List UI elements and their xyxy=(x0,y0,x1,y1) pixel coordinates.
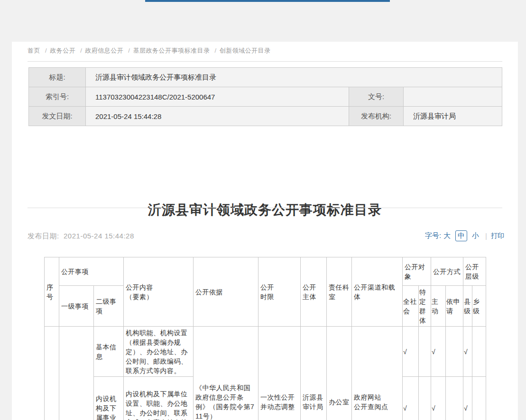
cell-zhudong-check: √ xyxy=(431,327,446,377)
header-quanshehui: 全社会 xyxy=(403,286,419,327)
breadcrumb-separator: / xyxy=(45,47,47,54)
meta-value-date: 2021-05-24 15:44:28 xyxy=(86,107,349,126)
header-duixiang: 公开对象 xyxy=(403,257,431,286)
header-fangshi: 公开方式 xyxy=(431,257,463,286)
table-row: 标题: 沂源县审计领域政务公开事项标准目录 xyxy=(29,68,502,87)
meta-value-docnum xyxy=(404,87,502,107)
header-erji: 二级事项 xyxy=(94,286,124,327)
cell-zhudong-check: √ xyxy=(431,377,446,420)
cell-erji: 内设机构及下属事业 xyxy=(94,377,124,420)
cell-qudao: 政府网站 公开查阅点 xyxy=(352,327,403,420)
header-gongkai-shixiang: 公开事项 xyxy=(59,257,124,286)
meta-label-index: 索引号: xyxy=(29,87,86,107)
cell-shixian: 一次性公开并动态调整 xyxy=(258,327,301,420)
font-size-label: 字号: xyxy=(425,231,441,240)
meta-separator: | xyxy=(485,232,487,240)
cell-xianji-check: √ xyxy=(463,327,472,377)
header-yiji: 一级事项 xyxy=(59,286,94,327)
meta-value-index: 11370323004223148C/2021-5200647 xyxy=(86,87,349,107)
catalog-header-row-1: 序号 公开事项 公开内容 （要素） 公开依据 公开 时限 公开 主体 责任科室 … xyxy=(45,257,486,286)
cell-yishenqing xyxy=(446,327,463,377)
breadcrumb: 首页/政务公开/政府信息公开/基层政务公开事项标准目录/创新领域公开目录 xyxy=(28,46,274,55)
meta-value-title: 沂源县审计领域政务公开事项标准目录 xyxy=(86,68,502,87)
cell-xuhao xyxy=(45,327,59,420)
article-divider xyxy=(28,208,502,208)
font-size-print-controls: 字号: 大 中 小 | 打印 xyxy=(425,230,504,241)
header-cengji: 公开 层级 xyxy=(463,257,486,286)
header-teding: 特定群体 xyxy=(419,286,431,327)
breadcrumb-separator: / xyxy=(214,47,216,54)
catalog-data-row-1: 基本信息 机构职能、机构设置（根据县委编办规定）、办公地址、办公时间、邮政编码、… xyxy=(45,327,486,377)
header-yiju: 公开依据 xyxy=(194,257,258,327)
content-card: 首页/政务公开/政府信息公开/基层政务公开事项标准目录/创新领域公开目录 标题:… xyxy=(12,42,518,420)
cell-yiji xyxy=(59,327,94,420)
cell-neirong: 内设机构及下属单位设置、职能、办公地址、办公时间、联系方式、负责人姓名等 xyxy=(124,377,194,420)
table-row: 索引号: 11370323004223148C/2021-5200647 文号: xyxy=(29,87,502,107)
cell-teding xyxy=(419,377,431,420)
font-size-small-button[interactable]: 小 xyxy=(472,231,479,240)
cell-zhuti: 沂源县审计局 xyxy=(301,327,327,420)
breadcrumb-home[interactable]: 首页 xyxy=(28,47,40,54)
meta-label-docnum: 文号: xyxy=(349,87,404,107)
header-zhuti: 公开 主体 xyxy=(301,257,327,327)
font-size-medium-button[interactable]: 中 xyxy=(455,230,467,241)
header-xiangji: 乡级 xyxy=(472,286,486,327)
meta-value-agency: 沂源县审计局 xyxy=(404,107,502,126)
cell-quanshehui-check: √ xyxy=(403,327,419,377)
top-accent-bar xyxy=(145,0,390,2)
header-yishenqing: 依申请 xyxy=(446,286,463,327)
meta-label-date: 发文日期: xyxy=(29,107,86,126)
breadcrumb-xinxi[interactable]: 政府信息公开 xyxy=(85,47,123,54)
header-xianji: 县级 xyxy=(463,286,472,327)
print-button[interactable]: 打印 xyxy=(491,232,504,240)
catalog-table: 序号 公开事项 公开内容 （要素） 公开依据 公开 时限 公开 主体 责任科室 … xyxy=(44,257,486,420)
breadcrumb-divider xyxy=(28,61,502,62)
cell-neirong: 机构职能、机构设置（根据县委编办规定）、办公地址、办公时间、邮政编码、联系方式等… xyxy=(124,327,194,377)
catalog-table-wrap: 序号 公开事项 公开内容 （要素） 公开依据 公开 时限 公开 主体 责任科室 … xyxy=(44,257,486,420)
page-title: 沂源县审计领域政务公开事项标准目录 xyxy=(12,201,518,219)
article-meta-row: 发布日期: 2021-05-24 15:44:28 字号: 大 中 小 | 打印 xyxy=(28,230,504,243)
breadcrumb-zhengwu[interactable]: 政务公开 xyxy=(50,47,75,54)
meta-label-title: 标题: xyxy=(29,68,86,87)
font-size-large-button[interactable]: 大 xyxy=(443,231,451,240)
header-zhudong: 主动 xyxy=(431,286,446,327)
cell-yiju: 《中华人民共和国政府信息公开条例》（国务院令第711号） xyxy=(194,327,258,420)
publish-date: 发布日期: 2021-05-24 15:44:28 xyxy=(28,232,134,241)
cell-erji: 基本信息 xyxy=(94,327,124,377)
document-meta-table: 标题: 沂源县审计领域政务公开事项标准目录 索引号: 1137032300422… xyxy=(28,67,502,126)
breadcrumb-current[interactable]: 创新领域公开目录 xyxy=(220,47,271,54)
cell-keshi: 办公室 xyxy=(327,327,352,420)
cell-quanshehui-check: √ xyxy=(403,377,419,420)
cell-xianji-check: √ xyxy=(463,377,472,420)
cell-xiangji xyxy=(472,327,486,377)
table-row: 发文日期: 2021-05-24 15:44:28 发布机构: 沂源县审计局 xyxy=(29,107,502,126)
header-keshi: 责任科室 xyxy=(327,257,352,327)
cell-teding xyxy=(419,327,431,377)
breadcrumb-separator: / xyxy=(128,47,130,54)
cell-yishenqing xyxy=(446,377,463,420)
header-shixian: 公开 时限 xyxy=(258,257,301,327)
header-qudao: 公开渠道和载体 xyxy=(352,257,403,327)
header-xuhao: 序号 xyxy=(45,257,59,327)
breadcrumb-jiceng[interactable]: 基层政务公开事项标准目录 xyxy=(133,47,210,54)
cell-xiangji xyxy=(472,377,486,420)
breadcrumb-separator: / xyxy=(80,47,82,54)
meta-label-agency: 发布机构: xyxy=(349,107,404,126)
header-neirong: 公开内容 （要素） xyxy=(124,257,194,327)
